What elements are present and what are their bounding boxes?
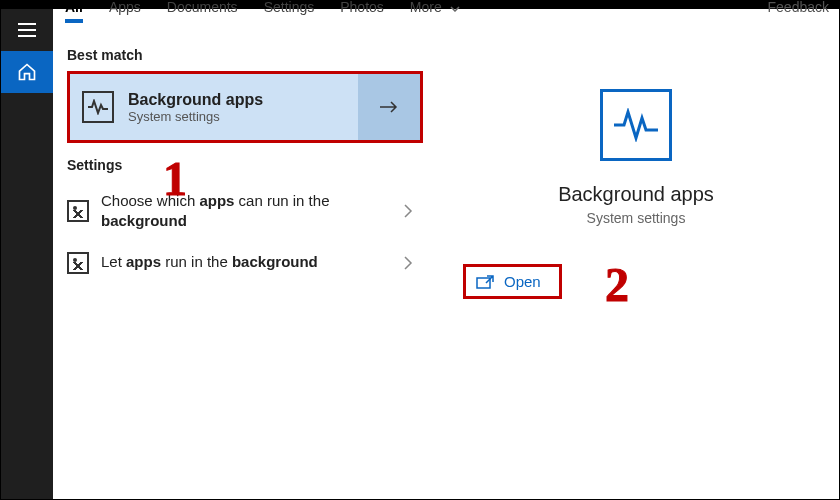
best-match-heading: Best match [67, 47, 423, 63]
activity-icon [82, 91, 114, 123]
home-icon [17, 62, 37, 82]
tab-more-label: More [410, 0, 442, 15]
open-button[interactable]: Open [463, 264, 562, 299]
tab-photos[interactable]: Photos [340, 1, 384, 13]
search-filter-tabs: All Apps Documents Settings Photos More … [65, 1, 829, 29]
feedback-link[interactable]: Feedback [768, 1, 829, 13]
results-panel: Best match Background apps System settin… [53, 29, 433, 499]
setting-row-label: Let apps run in the background [101, 252, 318, 272]
picture-icon [67, 200, 89, 222]
svg-rect-0 [18, 23, 36, 25]
settings-heading: Settings [67, 157, 423, 173]
sidebar-home-button[interactable] [1, 51, 53, 93]
sidebar [1, 9, 53, 500]
chevron-right-icon [403, 203, 413, 219]
svg-rect-1 [18, 29, 36, 31]
tab-more[interactable]: More [410, 1, 460, 13]
hamburger-icon [18, 23, 36, 37]
hamburger-button[interactable] [1, 9, 53, 51]
detail-panel: Background apps System settings Open [433, 29, 839, 499]
best-match-expand-button[interactable] [358, 74, 420, 140]
tab-apps[interactable]: Apps [109, 1, 141, 13]
best-match-title: Background apps [128, 91, 263, 109]
tab-documents[interactable]: Documents [167, 1, 238, 13]
activity-large-icon [600, 89, 672, 161]
svg-rect-2 [18, 35, 36, 37]
setting-row-let-apps[interactable]: Let apps run in the background [67, 242, 423, 284]
arrow-right-icon [379, 100, 399, 114]
best-match-result[interactable]: Background apps System settings [67, 71, 423, 143]
setting-row-label: Choose which apps can run in the backgro… [101, 191, 381, 232]
best-match-subtitle: System settings [128, 109, 263, 124]
open-icon [476, 275, 494, 289]
tab-settings[interactable]: Settings [264, 1, 315, 13]
detail-subtitle: System settings [587, 210, 686, 226]
chevron-down-icon [450, 6, 460, 12]
picture-icon [67, 252, 89, 274]
chevron-right-icon [403, 255, 413, 271]
setting-row-choose-apps[interactable]: Choose which apps can run in the backgro… [67, 181, 423, 242]
detail-title: Background apps [558, 183, 714, 206]
svg-rect-3 [477, 278, 490, 288]
open-label: Open [504, 273, 541, 290]
tab-all[interactable]: All [65, 1, 83, 13]
